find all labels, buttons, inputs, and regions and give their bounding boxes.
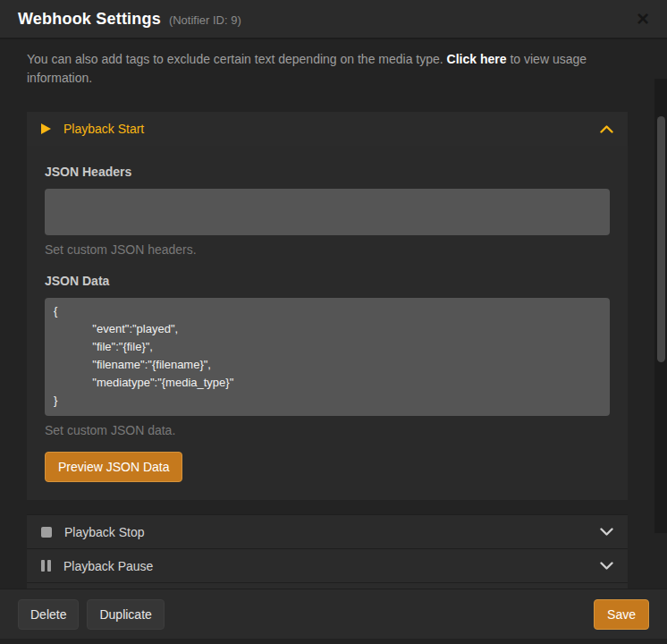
json-headers-label: JSON Headers — [45, 165, 610, 179]
accordion-header-playback-start[interactable]: Playback Start — [27, 112, 628, 146]
scrollbar-thumb[interactable] — [657, 116, 665, 362]
click-here-link[interactable]: Click here — [447, 52, 507, 66]
chevron-down-icon — [600, 528, 613, 536]
json-data-input[interactable]: { "event":"played", "file":"{file}", "fi… — [45, 298, 610, 416]
json-headers-help: Set custom JSON headers. — [45, 242, 610, 257]
chevron-down-icon — [600, 562, 613, 570]
usage-info-text: You can also add tags to exclude certain… — [27, 50, 628, 88]
trigger-accordion: Playback Start JSON Headers Set custom J… — [27, 112, 628, 589]
delete-button[interactable]: Delete — [18, 599, 79, 630]
chevron-up-icon — [600, 125, 613, 133]
modal-footer: Delete Duplicate Save — [0, 589, 667, 644]
modal-body: You can also add tags to exclude certain… — [0, 39, 667, 589]
preview-json-data-button[interactable]: Preview JSON Data — [45, 452, 182, 482]
play-icon — [41, 123, 51, 134]
playback-start-body: JSON Headers Set custom JSON headers. JS… — [27, 146, 628, 500]
json-headers-input[interactable] — [45, 189, 610, 235]
accordion-header-playback-pause[interactable]: Playback Pause — [27, 548, 628, 582]
usage-info-before: You can also add tags to exclude certain… — [27, 52, 447, 66]
accordion-label: Playback Start — [63, 122, 144, 136]
accordion-header-playback-stop[interactable]: Playback Stop — [27, 514, 628, 548]
page-title: Webhook Settings — [18, 10, 161, 29]
accordion-label: Playback Stop — [64, 525, 145, 539]
close-icon[interactable]: × — [637, 8, 649, 30]
notifier-id-badge: (Notifier ID: 9) — [169, 12, 241, 27]
accordion-header-partial[interactable] — [27, 582, 628, 589]
modal-bottom-edge — [0, 639, 667, 644]
modal-header: Webhook Settings (Notifier ID: 9) × — [0, 0, 667, 39]
pause-icon — [41, 560, 51, 572]
save-button[interactable]: Save — [594, 599, 649, 630]
json-data-label: JSON Data — [45, 274, 610, 288]
stop-icon — [41, 527, 52, 538]
duplicate-button[interactable]: Duplicate — [87, 599, 164, 630]
accordion-label: Playback Pause — [63, 559, 153, 573]
panel-playback-start: Playback Start JSON Headers Set custom J… — [27, 112, 628, 500]
json-data-help: Set custom JSON data. — [45, 423, 610, 437]
